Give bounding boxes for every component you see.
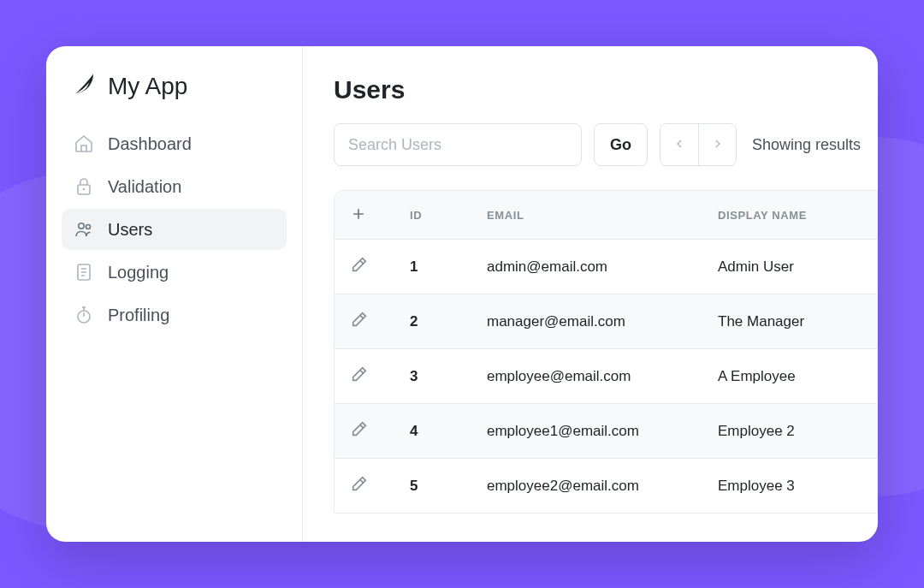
svg-point-3 <box>86 225 91 229</box>
pager-next-button[interactable] <box>698 124 736 165</box>
lock-icon <box>74 176 94 197</box>
sail-icon <box>72 72 98 101</box>
sidebar-item-profiling[interactable]: Profiling <box>62 294 287 336</box>
sidebar-item-label: Users <box>108 220 152 240</box>
log-icon <box>74 262 94 282</box>
cell-id: 4 <box>410 423 487 440</box>
add-row-button[interactable] <box>350 205 410 225</box>
svg-point-1 <box>83 188 86 191</box>
cell-display-name: Employee 2 <box>718 423 862 440</box>
cell-id: 2 <box>410 313 487 330</box>
results-text: Showing results <box>752 136 861 154</box>
cell-display-name: Admin User <box>718 258 862 276</box>
sidebar-item-label: Profiling <box>108 306 169 325</box>
col-id: ID <box>410 209 487 222</box>
edit-row-button[interactable] <box>350 419 410 442</box>
table-header-row: ID EMAIL DISPLAY NAME <box>335 191 877 239</box>
chevron-left-icon <box>672 137 686 153</box>
edit-icon <box>350 474 369 497</box>
cell-email: employee@email.com <box>487 368 718 385</box>
col-display-name: DISPLAY NAME <box>718 209 862 222</box>
edit-row-button[interactable] <box>350 310 410 333</box>
edit-row-button[interactable] <box>350 365 410 388</box>
edit-icon <box>350 365 369 388</box>
cell-id: 3 <box>410 368 487 385</box>
table-row: 1 admin@email.com Admin User <box>335 239 877 294</box>
sidebar: My App Dashboard Validation Users <box>46 46 303 542</box>
table-row: 4 employee1@email.com Employee 2 <box>335 403 877 458</box>
stopwatch-icon <box>74 305 94 325</box>
users-icon <box>74 219 94 240</box>
pager <box>660 123 737 166</box>
edit-row-button[interactable] <box>350 255 410 278</box>
cell-email: admin@email.com <box>487 258 718 276</box>
cell-display-name: Employee 3 <box>718 478 862 495</box>
cell-email: employee1@email.com <box>487 423 718 440</box>
col-email: EMAIL <box>487 209 718 222</box>
sidebar-item-logging[interactable]: Logging <box>62 252 287 293</box>
sidebar-item-dashboard[interactable]: Dashboard <box>62 123 287 164</box>
users-table: ID EMAIL DISPLAY NAME 1 admin@email.com … <box>334 190 878 514</box>
edit-row-button[interactable] <box>350 474 410 497</box>
table-row: 2 manager@email.com The Manager <box>335 294 877 348</box>
edit-icon <box>350 310 369 333</box>
cell-email: employee2@email.com <box>487 478 718 495</box>
table-row: 5 employee2@email.com Employee 3 <box>335 458 877 513</box>
brand: My App <box>62 72 287 123</box>
sidebar-item-label: Validation <box>108 177 181 197</box>
chevron-right-icon <box>711 137 725 153</box>
cell-email: manager@email.com <box>487 313 718 330</box>
sidebar-item-label: Logging <box>108 263 169 282</box>
brand-title: My App <box>108 73 187 100</box>
sidebar-item-label: Dashboard <box>108 134 192 154</box>
svg-point-2 <box>79 223 84 229</box>
main-content: Users Go Showing results <box>303 46 878 542</box>
page-title: Users <box>334 75 878 104</box>
sidebar-nav: Dashboard Validation Users Logging <box>62 123 287 336</box>
cell-id: 5 <box>410 478 487 495</box>
pager-prev-button[interactable] <box>660 124 698 165</box>
edit-icon <box>350 255 369 278</box>
sidebar-item-users[interactable]: Users <box>62 209 287 250</box>
cell-display-name: The Manager <box>718 313 862 330</box>
toolbar: Go Showing results <box>334 123 878 166</box>
edit-icon <box>350 419 369 442</box>
app-window: My App Dashboard Validation Users <box>46 46 878 542</box>
go-button[interactable]: Go <box>594 123 648 166</box>
plus-icon <box>350 205 367 225</box>
cell-id: 1 <box>410 258 487 276</box>
cell-display-name: A Employee <box>718 368 862 385</box>
sidebar-item-validation[interactable]: Validation <box>62 166 287 207</box>
table-row: 3 employee@email.com A Employee <box>335 348 877 403</box>
home-icon <box>74 134 94 154</box>
search-input[interactable] <box>334 123 582 166</box>
